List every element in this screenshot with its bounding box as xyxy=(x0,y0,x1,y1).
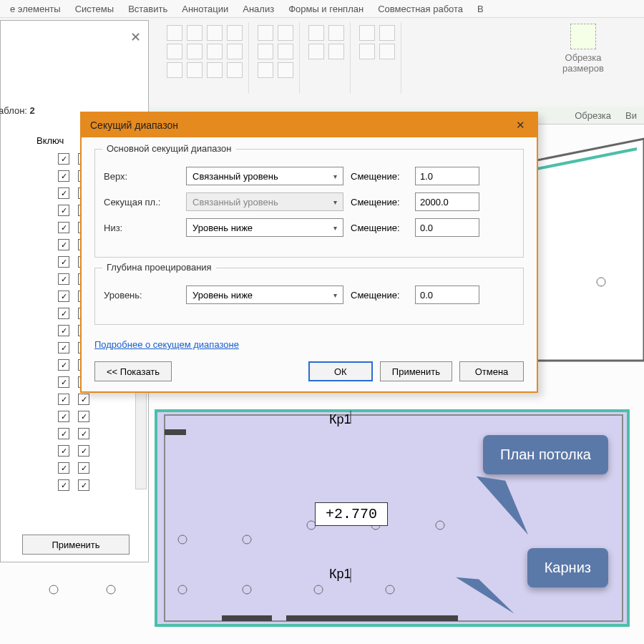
menu-item[interactable]: Совместная работа xyxy=(371,4,470,14)
room-tag: Кр1 xyxy=(329,567,351,582)
checkbox[interactable]: ✓ xyxy=(58,428,69,439)
ribbon-icon[interactable] xyxy=(207,25,223,41)
offset-label: Смещение: xyxy=(351,197,408,208)
cancel-button[interactable]: Отмена xyxy=(459,361,524,381)
svg-point-16 xyxy=(107,585,115,594)
ribbon-icon[interactable] xyxy=(359,44,375,59)
view-range-dialog: Секущий диапазон ✕ Основной секущий диап… xyxy=(80,112,538,393)
checkbox[interactable]: ✓ xyxy=(78,479,89,491)
menu-item[interactable]: Системы xyxy=(68,4,121,14)
ribbon-icon[interactable] xyxy=(167,25,182,41)
checkbox[interactable]: ✓ xyxy=(58,394,69,405)
checkbox[interactable]: ✓ xyxy=(58,170,69,182)
ribbon-icon[interactable] xyxy=(258,25,273,41)
checkbox[interactable]: ✓ xyxy=(78,411,89,422)
crop-icon xyxy=(570,24,596,49)
ribbon-icon[interactable] xyxy=(207,44,223,59)
checkbox[interactable]: ✓ xyxy=(58,222,69,233)
apply-button[interactable]: Применить xyxy=(380,361,452,381)
menu-item[interactable]: е элементы xyxy=(3,4,68,14)
ribbon-icon[interactable] xyxy=(227,44,243,59)
group-legend: Глубина проецирования xyxy=(102,262,216,273)
checkbox[interactable]: ✓ xyxy=(58,359,69,371)
ribbon-icon[interactable] xyxy=(278,44,293,59)
checkbox[interactable]: ✓ xyxy=(58,342,69,353)
ribbon-tab[interactable]: Обрезка xyxy=(575,110,611,121)
level-label: Уровень: xyxy=(104,290,179,301)
bottom-combo[interactable]: Уровень ниже▾ xyxy=(186,218,343,237)
top-combo[interactable]: Связанный уровень▾ xyxy=(186,167,343,185)
cutplane-offset-input[interactable]: 2000.0 xyxy=(415,192,479,211)
ribbon-icon[interactable] xyxy=(328,44,344,59)
close-icon[interactable]: ✕ xyxy=(130,29,141,45)
menu-item[interactable]: Аннотации xyxy=(175,4,235,14)
chevron-down-icon: ▾ xyxy=(333,198,337,206)
ribbon-big-button[interactable]: Обрезка размеров xyxy=(558,24,608,74)
checkbox[interactable]: ✓ xyxy=(58,256,69,268)
close-icon[interactable]: ✕ xyxy=(512,117,528,133)
checkbox[interactable]: ✓ xyxy=(78,428,89,439)
ribbon-tab[interactable]: Ви xyxy=(625,110,637,121)
cutplane-label: Секущая пл.: xyxy=(104,197,179,208)
menu-item[interactable]: Анализ xyxy=(235,4,281,14)
checkbox[interactable]: ✓ xyxy=(58,153,69,165)
column-header-include: Включ xyxy=(36,135,64,146)
ribbon-icon[interactable] xyxy=(308,44,324,59)
checkbox[interactable]: ✓ xyxy=(58,479,69,491)
callout-ceiling-plan: План потолка xyxy=(483,435,608,474)
checkbox[interactable]: ✓ xyxy=(58,273,69,285)
checkbox[interactable]: ✓ xyxy=(58,325,69,336)
level-combo[interactable]: Уровень ниже▾ xyxy=(186,286,343,304)
checkbox[interactable]: ✓ xyxy=(58,411,69,422)
offset-label: Смещение: xyxy=(351,290,408,301)
checkbox[interactable]: ✓ xyxy=(58,308,69,319)
checkbox[interactable]: ✓ xyxy=(58,187,69,199)
checkbox[interactable]: ✓ xyxy=(58,291,69,302)
learn-more-link[interactable]: Подробнее о секущем диапазоне xyxy=(94,339,239,350)
checkbox[interactable]: ✓ xyxy=(58,239,69,250)
ribbon-icon[interactable] xyxy=(278,25,293,41)
ribbon-icon[interactable] xyxy=(167,62,182,78)
ribbon-icon[interactable] xyxy=(227,25,243,41)
show-button[interactable]: << Показать xyxy=(94,361,172,381)
ribbon-icon[interactable] xyxy=(258,62,273,78)
checkbox[interactable]: ✓ xyxy=(58,205,69,216)
checkbox[interactable]: ✓ xyxy=(58,462,69,474)
cutplane-combo: Связанный уровень▾ xyxy=(186,192,343,211)
primary-range-group: Основной секущий диапазон Верх: Связанны… xyxy=(94,149,524,258)
view-depth-group: Глубина проецирования Уровень: Уровень н… xyxy=(94,268,524,325)
ribbon-big-label: Обрезка xyxy=(558,52,608,63)
apply-button[interactable]: Применить xyxy=(22,535,130,555)
menu-item[interactable]: Вставить xyxy=(121,4,175,14)
ribbon-icon[interactable] xyxy=(227,62,243,78)
ribbon-icon[interactable] xyxy=(187,25,203,41)
ribbon-icon[interactable] xyxy=(207,62,223,78)
ribbon-icon[interactable] xyxy=(167,44,182,59)
checkbox[interactable]: ✓ xyxy=(58,445,69,457)
dialog-titlebar[interactable]: Секущий диапазон ✕ xyxy=(82,113,537,137)
bottom-offset-input[interactable]: 0.0 xyxy=(415,218,479,237)
ribbon-icon[interactable] xyxy=(328,25,344,41)
checkbox[interactable]: ✓ xyxy=(78,462,89,474)
checkbox[interactable]: ✓ xyxy=(78,445,89,457)
ribbon-icon[interactable] xyxy=(278,62,293,78)
menu-item[interactable]: Формы и генплан xyxy=(281,4,371,14)
top-offset-input[interactable]: 1.0 xyxy=(415,167,479,185)
dialog-title: Секущий диапазон xyxy=(90,119,178,131)
ribbon-icon[interactable] xyxy=(187,44,203,59)
ribbon-icon[interactable] xyxy=(187,62,203,78)
svg-point-15 xyxy=(49,585,58,594)
ribbon-icon[interactable] xyxy=(308,25,324,41)
checkbox[interactable]: ✓ xyxy=(78,394,89,405)
chevron-down-icon: ▾ xyxy=(333,291,337,299)
top-label: Верх: xyxy=(104,171,179,182)
ok-button[interactable]: ОК xyxy=(308,361,373,381)
ribbon-icon[interactable] xyxy=(379,44,395,59)
ribbon-icon[interactable] xyxy=(379,25,395,41)
ribbon-icon[interactable] xyxy=(258,44,273,59)
ribbon-icon[interactable] xyxy=(359,25,375,41)
chevron-down-icon: ▾ xyxy=(333,224,337,232)
checkbox[interactable]: ✓ xyxy=(58,376,69,388)
menu-item[interactable]: В xyxy=(470,4,491,14)
level-offset-input[interactable]: 0.0 xyxy=(415,286,479,304)
